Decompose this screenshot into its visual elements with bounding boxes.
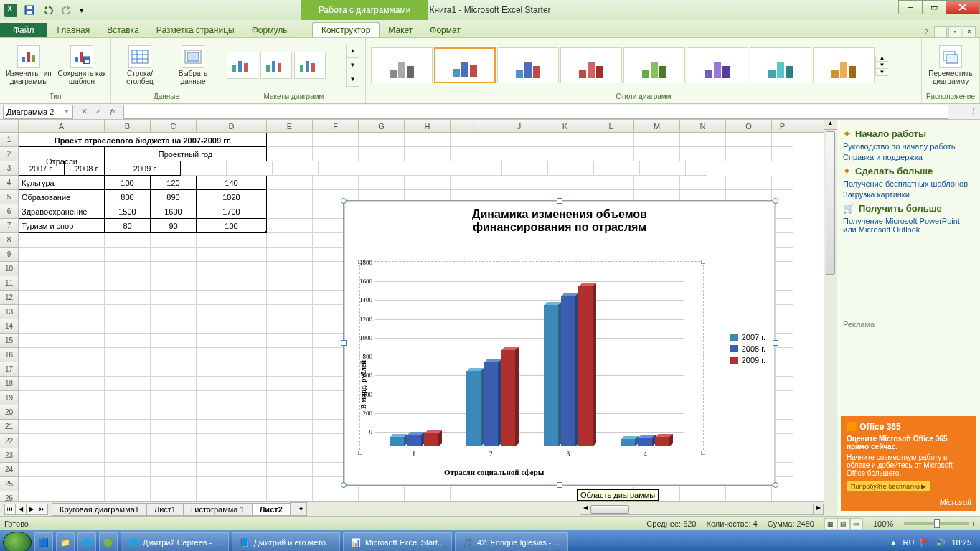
- cell[interactable]: 80: [105, 219, 151, 233]
- cell[interactable]: [19, 276, 105, 291]
- advertisement[interactable]: 🟧 Office 365 Оцените Microsoft Office 36…: [841, 416, 976, 511]
- zoom-slider[interactable]: [904, 522, 969, 525]
- cell[interactable]: [151, 248, 197, 262]
- cell[interactable]: 1700: [197, 204, 267, 219]
- row-header[interactable]: 21: [0, 420, 19, 434]
- tray-expand-icon[interactable]: ▲: [890, 538, 897, 547]
- chart-bar[interactable]: [407, 435, 421, 446]
- link-guide[interactable]: Руководство по началу работы: [843, 142, 974, 151]
- row-header[interactable]: 11: [0, 276, 19, 291]
- cell[interactable]: [197, 262, 267, 276]
- cell[interactable]: [680, 176, 726, 190]
- cell[interactable]: [726, 176, 772, 190]
- link-templates[interactable]: Получение бесплатных шаблонов: [843, 179, 974, 188]
- row-header[interactable]: 4: [0, 176, 19, 190]
- taskbar-pinned-skype[interactable]: 🟦: [34, 532, 53, 551]
- link-get-powerpoint[interactable]: Получение Microsoft PowerPoint или Micro…: [843, 217, 974, 234]
- cell[interactable]: [267, 463, 313, 477]
- cell[interactable]: 800: [105, 190, 151, 204]
- cell[interactable]: [410, 161, 456, 176]
- expand-icon[interactable]: ▼: [876, 69, 888, 76]
- select-all-button[interactable]: [0, 120, 19, 132]
- chart-style-option[interactable]: [813, 47, 875, 83]
- tab-page-layout[interactable]: Разметка страницы: [148, 23, 243, 37]
- tab-file[interactable]: Файл: [0, 23, 47, 37]
- cell[interactable]: [151, 491, 197, 501]
- cell[interactable]: [267, 448, 313, 463]
- cell[interactable]: [151, 377, 197, 391]
- taskbar-window[interactable]: 🎵42. Enrique Iglesias - ...: [455, 532, 568, 551]
- cell[interactable]: [726, 491, 772, 501]
- cell[interactable]: [313, 176, 359, 190]
- cell[interactable]: 100: [105, 176, 151, 190]
- cell[interactable]: [319, 161, 364, 176]
- link-help[interactable]: Справка и поддержка: [843, 153, 974, 161]
- row-header[interactable]: 6: [0, 204, 19, 219]
- cell[interactable]: [359, 491, 405, 501]
- cell[interactable]: [105, 233, 151, 248]
- cell[interactable]: [19, 319, 105, 334]
- chart-bar[interactable]: [578, 286, 593, 446]
- cell[interactable]: [313, 133, 359, 147]
- chart-bar[interactable]: [484, 362, 498, 446]
- cell[interactable]: Здравоохранение: [19, 204, 105, 219]
- chart-layout-option[interactable]: [294, 52, 326, 79]
- chart-title[interactable]: Динамика изменения объемов финансировани…: [344, 201, 776, 237]
- app-icon[interactable]: [3, 2, 19, 18]
- cell[interactable]: [151, 434, 197, 448]
- cell[interactable]: [405, 133, 451, 147]
- zoom-in-button[interactable]: +: [971, 519, 976, 528]
- column-header[interactable]: J: [496, 120, 542, 132]
- row-header[interactable]: 9: [0, 248, 19, 262]
- cell[interactable]: 2008 г.: [65, 161, 110, 176]
- cell[interactable]: [105, 276, 151, 291]
- row-header[interactable]: 14: [0, 319, 19, 334]
- cell[interactable]: [496, 176, 542, 190]
- sheet-tab[interactable]: Круговая диаграмма1: [52, 503, 147, 516]
- cell[interactable]: [151, 305, 197, 319]
- ad-try-button[interactable]: Попробуйте бесплатно ▶: [847, 481, 930, 491]
- cell[interactable]: [19, 477, 105, 491]
- mdi-restore[interactable]: ▫: [948, 26, 961, 37]
- column-header[interactable]: K: [542, 120, 588, 132]
- cell[interactable]: [227, 161, 273, 176]
- column-header[interactable]: M: [634, 120, 680, 132]
- chart-bar[interactable]: [390, 437, 404, 446]
- scroll-down-icon[interactable]: ▼: [876, 62, 888, 69]
- cell[interactable]: [772, 147, 793, 161]
- column-header[interactable]: D: [197, 120, 267, 132]
- cell[interactable]: [181, 161, 227, 176]
- chart-layout-option[interactable]: [260, 52, 292, 79]
- row-header[interactable]: 19: [0, 391, 19, 405]
- cell[interactable]: [197, 305, 267, 319]
- maximize-button[interactable]: ▭: [922, 0, 946, 14]
- cell[interactable]: [151, 348, 197, 362]
- horizontal-scrollbar[interactable]: ◀ ▶: [580, 504, 824, 515]
- cell[interactable]: 1500: [105, 204, 151, 219]
- tray-volume-icon[interactable]: 🔊: [936, 538, 946, 547]
- vertical-scrollbar[interactable]: ▲: [824, 120, 837, 516]
- cell[interactable]: Туризм и спорт: [19, 219, 105, 233]
- cell[interactable]: [496, 133, 542, 147]
- cell[interactable]: [680, 147, 726, 161]
- cell[interactable]: [456, 161, 502, 176]
- cell[interactable]: [151, 276, 197, 291]
- taskbar-pinned-ie[interactable]: 🌐: [77, 532, 96, 551]
- column-header[interactable]: N: [680, 120, 726, 132]
- minimize-button[interactable]: ─: [898, 0, 923, 14]
- cell[interactable]: [105, 291, 151, 305]
- prev-sheet-icon[interactable]: ◀: [15, 504, 27, 515]
- cell[interactable]: [19, 334, 105, 348]
- cell[interactable]: [105, 305, 151, 319]
- cell[interactable]: [405, 147, 451, 161]
- legend-item[interactable]: 2007 г.: [730, 333, 765, 342]
- row-header[interactable]: 7: [0, 219, 19, 233]
- chart-bar[interactable]: [638, 438, 652, 446]
- cell[interactable]: [19, 348, 105, 362]
- view-buttons[interactable]: ▦ ▤ ▭: [824, 518, 863, 529]
- x-axis-label[interactable]: Отрасли социальной сферы: [444, 468, 544, 476]
- tray-clock[interactable]: 18:25: [951, 538, 971, 547]
- cell[interactable]: [267, 176, 313, 190]
- cell[interactable]: 120: [151, 176, 197, 190]
- cell[interactable]: [502, 161, 548, 176]
